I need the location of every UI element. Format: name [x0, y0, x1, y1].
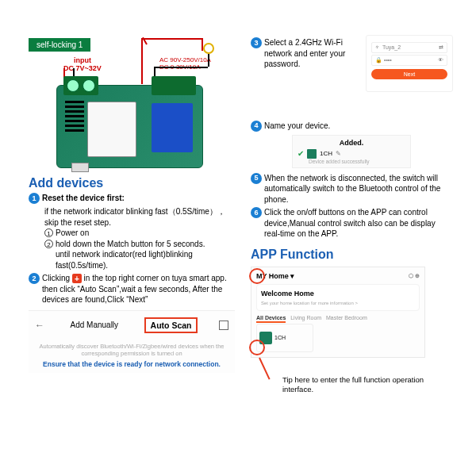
step-badge-5: 5	[251, 173, 262, 184]
circ-2: 2	[44, 240, 53, 248]
input-label-title: input	[74, 56, 91, 64]
usb-port	[71, 163, 89, 172]
wifi-chip	[87, 102, 136, 157]
step-badge-3: 3	[251, 37, 262, 48]
step-3: 3 Select a 2.4GHz Wi-Fi network and ente…	[251, 37, 358, 70]
step-1b: 2hold down the Match button for 5 second…	[44, 239, 235, 250]
step-badge-6: 6	[251, 207, 262, 218]
step-5-text: When the network is disconnected, the sw…	[264, 173, 453, 205]
right-column: 3 Select a 2.4GHz Wi-Fi network and ente…	[251, 35, 453, 394]
step-4: 4 Name your device.	[251, 121, 453, 132]
wire	[154, 67, 208, 68]
eye-icon: 👁	[438, 57, 443, 63]
highlight-device	[249, 340, 265, 355]
ac-line1: AC 90V-250V/10A	[159, 56, 211, 63]
step-2a: Clicking	[42, 274, 72, 282]
tab-auto-scan[interactable]: Auto Scan	[144, 317, 198, 333]
wire	[208, 54, 209, 67]
pencil-icon[interactable]: ✎	[336, 150, 341, 157]
pcb-board	[56, 85, 203, 168]
switch-symbol	[146, 36, 160, 44]
step-1-sub: if the network indicator blinking fast（0…	[44, 206, 235, 228]
tab-living-room[interactable]: Living Room	[290, 315, 321, 321]
scan-hint-blue: Ensure that the device is ready for netw…	[35, 360, 228, 368]
antenna	[65, 100, 84, 132]
input-label: input DC 7V~32V	[63, 57, 102, 73]
highlight-home	[249, 268, 265, 284]
welcome-sub: Set your home location for more informat…	[261, 301, 358, 305]
home-icons: ⬡ ⊕	[409, 273, 420, 279]
step-3-text: Select a 2.4GHz Wi-Fi network and enter …	[264, 37, 358, 70]
tip-text: Tip here to enter the full function oper…	[282, 361, 453, 395]
step-4-text: Name your device.	[264, 121, 453, 132]
check-icon: ✔	[298, 149, 304, 158]
step-1a: 1Power on	[44, 228, 235, 239]
scan-icon[interactable]	[219, 321, 228, 330]
step-6: 6 Click the on/off buttons on the APP ca…	[251, 207, 453, 240]
tip-arrow	[259, 357, 270, 379]
wifi-pass-row[interactable]: 🔒 ••••👁	[371, 55, 447, 66]
added-name: 1CH	[320, 150, 332, 157]
step-badge-1: 1	[29, 193, 40, 204]
plus-icon: +	[72, 274, 82, 283]
relay	[152, 103, 193, 152]
step-badge-2: 2	[29, 273, 40, 284]
wifi-ssid: Tuya_2	[382, 44, 401, 50]
step-1-text: Reset the device first:	[42, 193, 235, 204]
scan-hint-grey: Automatically discover Bluetooth/Wi-Fi/Z…	[35, 343, 228, 359]
input-range: DC 7V~32V	[63, 64, 102, 72]
terminal-right	[152, 76, 196, 95]
tab-master-bed[interactable]: Master Bedroom	[326, 315, 367, 321]
tab-all-devices[interactable]: All Devices	[256, 315, 286, 323]
welcome-card: Welcome Home Set your home location for …	[256, 284, 420, 311]
lock-icon: 🔒 ••••	[375, 57, 392, 63]
step-badge-4: 4	[251, 121, 262, 132]
device-tabs: All Devices Living Room Master Bedroom	[256, 315, 420, 321]
added-title: Added.	[298, 139, 405, 147]
step-2-text: Clicking + in the top right corner on tu…	[42, 273, 235, 305]
tab-add-manually[interactable]: Add Manually	[65, 319, 123, 331]
swap-icon: ⇄	[439, 44, 443, 51]
added-sub: Device added successfully	[309, 159, 405, 164]
left-column: Add devices 1 Reset the device first: if…	[29, 173, 235, 373]
step-6-text: Click the on/off buttons on the APP can …	[264, 207, 453, 240]
wifi-ssid-row[interactable]: ᯤ Tuya_2⇄	[371, 42, 447, 53]
device-thumb	[307, 149, 317, 159]
app-home-screen: MY Home ▾ ⬡ ⊕ Welcome Home Set your home…	[251, 267, 425, 358]
added-card: Added. ✔ 1CH ✎ Device added successfully	[292, 135, 411, 168]
lamp-symbol	[203, 43, 214, 54]
step-1b2: until network indicator(red light)blinki…	[56, 249, 235, 271]
step-5: 5 When the network is disconnected, the …	[251, 173, 453, 205]
wire	[141, 38, 143, 84]
step-1-title: Reset the device first:	[42, 194, 125, 202]
home-header: MY Home ▾ ⬡ ⊕	[256, 272, 420, 280]
added-row: ✔ 1CH ✎	[298, 149, 405, 159]
wifi-next-button[interactable]: Next	[371, 69, 447, 79]
wifi-card: ᯤ Tuya_2⇄ 🔒 ••••👁 Next	[366, 35, 453, 92]
wiring-diagram: input DC 7V~32V AC 90V-250V/10A DC 0-30V…	[29, 41, 215, 172]
section-app-function: APP Function	[251, 248, 453, 262]
terminal-left	[63, 76, 98, 95]
step-1: 1 Reset the device first:	[29, 193, 235, 204]
back-icon[interactable]: ←	[35, 320, 44, 331]
circ-1: 1	[44, 228, 53, 237]
tab-row: ← Add Manually Auto Scan	[35, 316, 228, 338]
app-add-screen: ← Add Manually Auto Scan Automatically d…	[29, 310, 235, 374]
device-tile-name: 1CH	[274, 335, 286, 340]
step-2: 2 Clicking + in the top right corner on …	[29, 273, 235, 305]
ac-label: AC 90V-250V/10A DC 0-30V/10A	[159, 57, 211, 71]
section-add-devices: Add devices	[29, 176, 235, 190]
step-1b1-text: hold down the Match button for 5 seconds…	[56, 240, 205, 248]
step-1a-text: Power on	[56, 228, 89, 237]
welcome-title: Welcome Home	[261, 290, 314, 298]
